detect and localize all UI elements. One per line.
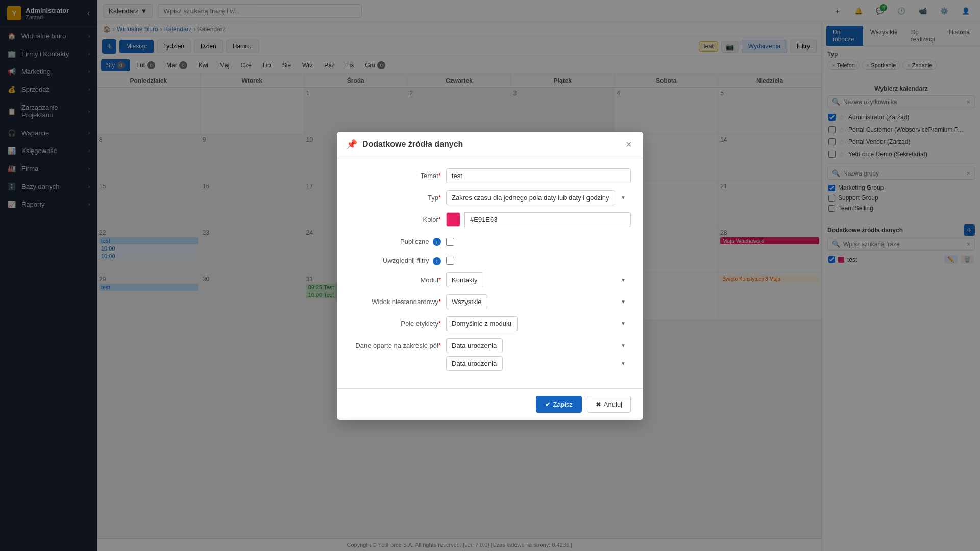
typ-label: Typ*: [349, 190, 441, 202]
modal-close-btn[interactable]: ×: [624, 139, 634, 151]
pole-select[interactable]: Domyślnie z modułu: [446, 316, 518, 331]
modal-pin-icon: 📌: [346, 139, 357, 150]
pole-select-wrapper: Domyślnie z modułu: [446, 316, 631, 331]
checkmark-icon: ✔: [545, 400, 551, 408]
kolor-swatch[interactable]: [446, 212, 460, 227]
kolor-input[interactable]: [464, 212, 631, 227]
modul-label: Moduł*: [349, 272, 441, 284]
modal-title: Dodatkowe źródła danych: [362, 140, 619, 149]
save-label: Zapisz: [553, 400, 573, 408]
dane-select-wrapper-1: Data urodzenia: [446, 338, 631, 353]
form-row-pole: Pole etykiety* Domyślnie z modułu: [349, 316, 631, 331]
temat-input[interactable]: [446, 168, 631, 183]
publiczne-label: Publiczne i: [349, 234, 441, 246]
form-row-kolor: Kolor*: [349, 212, 631, 227]
widok-select-wrapper: Wszystkie: [446, 294, 631, 309]
form-row-widok: Widok niestandardowy* Wszystkie: [349, 294, 631, 309]
dane-select-wrapper-2: Data urodzenia: [446, 356, 631, 371]
uwzglednij-checkbox[interactable]: [446, 257, 454, 265]
form-row-uwzglednij: Uwzględnij filtry i: [349, 253, 631, 265]
modal-footer: ✔ Zapisz ✖ Anuluj: [337, 388, 643, 420]
dane-label: Dane oparte na zakresie pól*: [349, 338, 441, 349]
modal-overlay: 📌 Dodatkowe źródła danych × Temat* Typ* …: [0, 0, 980, 551]
dane-fields: Data urodzenia Data urodzenia: [446, 338, 631, 371]
info-icon-publiczne[interactable]: i: [433, 238, 441, 246]
temat-label: Temat*: [349, 168, 441, 180]
modal-body: Temat* Typ* Zakres czasu dla jednego pol…: [337, 158, 643, 388]
form-row-modul: Moduł* Kontakty: [349, 272, 631, 287]
publiczne-checkbox[interactable]: [446, 238, 454, 246]
typ-select-wrapper: Zakres czasu dla jednego pola daty lub d…: [446, 190, 631, 205]
info-icon-uwzglednij[interactable]: i: [433, 257, 441, 265]
form-row-dane: Dane oparte na zakresie pól* Data urodze…: [349, 338, 631, 371]
dane-select-1[interactable]: Data urodzenia: [446, 338, 503, 353]
form-row-temat: Temat*: [349, 168, 631, 183]
kolor-label: Kolor*: [349, 212, 441, 223]
cancel-label: Anuluj: [604, 400, 622, 408]
typ-select[interactable]: Zakres czasu dla jednego pola daty lub d…: [446, 190, 615, 205]
widok-label: Widok niestandardowy*: [349, 294, 441, 306]
dodatkowe-zrodla-modal: 📌 Dodatkowe źródła danych × Temat* Typ* …: [337, 132, 643, 420]
widok-select[interactable]: Wszystkie: [446, 294, 487, 309]
kolor-row: [446, 212, 631, 227]
dane-select-2[interactable]: Data urodzenia: [446, 356, 503, 371]
modal-header: 📌 Dodatkowe źródła danych ×: [337, 132, 643, 158]
form-row-publiczne: Publiczne i: [349, 234, 631, 246]
x-icon: ✖: [596, 400, 601, 408]
pole-label: Pole etykiety*: [349, 316, 441, 328]
modul-select-wrapper: Kontakty: [446, 272, 631, 287]
modal-save-btn[interactable]: ✔ Zapisz: [536, 396, 582, 413]
modal-cancel-btn[interactable]: ✖ Anuluj: [587, 396, 631, 413]
uwzglednij-label: Uwzględnij filtry i: [349, 253, 441, 265]
form-row-typ: Typ* Zakres czasu dla jednego pola daty …: [349, 190, 631, 205]
modul-select[interactable]: Kontakty: [446, 272, 483, 287]
